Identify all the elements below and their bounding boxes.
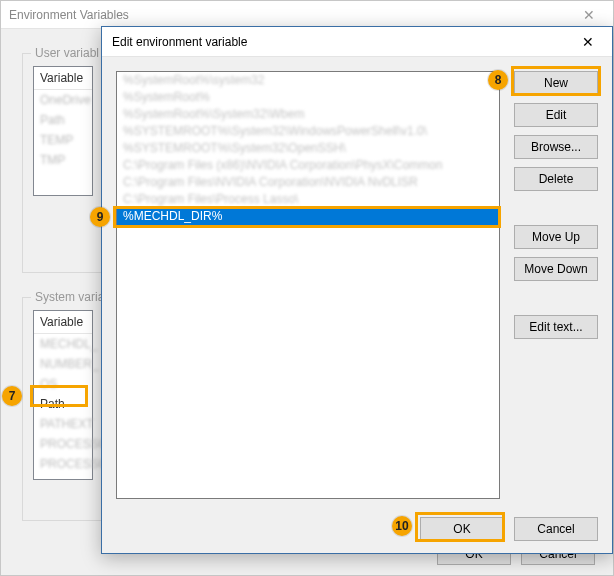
list-header-variable[interactable]: Variable: [34, 311, 92, 334]
ok-button[interactable]: OK: [420, 517, 504, 541]
edit-button[interactable]: Edit: [514, 103, 598, 127]
list-header-variable[interactable]: Variable: [34, 67, 92, 90]
list-item[interactable]: PROCESSC: [34, 454, 92, 474]
list-item[interactable]: OneDrive: [34, 90, 92, 110]
env-vars-title: Environment Variables: [9, 8, 129, 22]
move-up-button[interactable]: Move Up: [514, 225, 598, 249]
user-variables-label: User variabl: [31, 46, 103, 60]
env-vars-titlebar: Environment Variables ✕: [1, 1, 613, 29]
cancel-button[interactable]: Cancel: [514, 517, 598, 541]
list-item[interactable]: Path: [34, 110, 92, 130]
path-entry-selected[interactable]: %MECHDL_DIR%: [117, 208, 499, 225]
path-entry[interactable]: %SYSTEMROOT%\System32\WindowsPowerShell\…: [117, 123, 499, 140]
system-variables-list[interactable]: Variable MECHDL_ NUMBER_ OS Path PATHEXT…: [33, 310, 93, 480]
callout-7: 7: [2, 386, 22, 406]
path-entry[interactable]: %SYSTEMROOT%\System32\OpenSSH\: [117, 140, 499, 157]
close-icon[interactable]: ✕: [573, 7, 605, 23]
list-item[interactable]: MECHDL_: [34, 334, 92, 354]
new-button[interactable]: New: [514, 71, 598, 95]
edit-dialog-titlebar: Edit environment variable ✕: [102, 27, 612, 57]
list-item[interactable]: TMP: [34, 150, 92, 170]
list-item-path[interactable]: Path: [34, 394, 92, 414]
callout-9: 9: [90, 207, 110, 227]
list-item[interactable]: OS: [34, 374, 92, 394]
path-entry[interactable]: C:\Program Files (x86)\NVIDIA Corporatio…: [117, 157, 499, 174]
browse-button[interactable]: Browse...: [514, 135, 598, 159]
edit-text-button[interactable]: Edit text...: [514, 315, 598, 339]
user-variables-list[interactable]: Variable OneDrive Path TEMP TMP: [33, 66, 93, 196]
path-entries-list[interactable]: %SystemRoot%\system32 %SystemRoot% %Syst…: [116, 71, 500, 499]
edit-dialog-body: %SystemRoot%\system32 %SystemRoot% %Syst…: [102, 57, 612, 555]
path-entry[interactable]: C:\Program Files\Process Lasso\: [117, 191, 499, 208]
list-item[interactable]: NUMBER_: [34, 354, 92, 374]
list-item[interactable]: PATHEXT: [34, 414, 92, 434]
path-entry[interactable]: C:\Program Files\NVIDIA Corporation\NVID…: [117, 174, 499, 191]
move-down-button[interactable]: Move Down: [514, 257, 598, 281]
path-entry[interactable]: %SystemRoot%\System32\Wbem: [117, 106, 499, 123]
list-item[interactable]: PROCESSC: [34, 434, 92, 454]
path-entry[interactable]: %SystemRoot%\system32: [117, 72, 499, 89]
list-item[interactable]: TEMP: [34, 130, 92, 150]
edit-dialog-side-buttons: New Edit Browse... Delete Move Up Move D…: [514, 71, 598, 339]
edit-dialog-buttons: OK Cancel: [420, 517, 598, 541]
close-icon[interactable]: ✕: [566, 28, 610, 56]
callout-10: 10: [392, 516, 412, 536]
edit-env-var-dialog: Edit environment variable ✕ %SystemRoot%…: [101, 26, 613, 554]
callout-8: 8: [488, 70, 508, 90]
path-entry[interactable]: %SystemRoot%: [117, 89, 499, 106]
system-variables-label: System varia: [31, 290, 108, 304]
delete-button[interactable]: Delete: [514, 167, 598, 191]
edit-dialog-title: Edit environment variable: [112, 35, 247, 49]
